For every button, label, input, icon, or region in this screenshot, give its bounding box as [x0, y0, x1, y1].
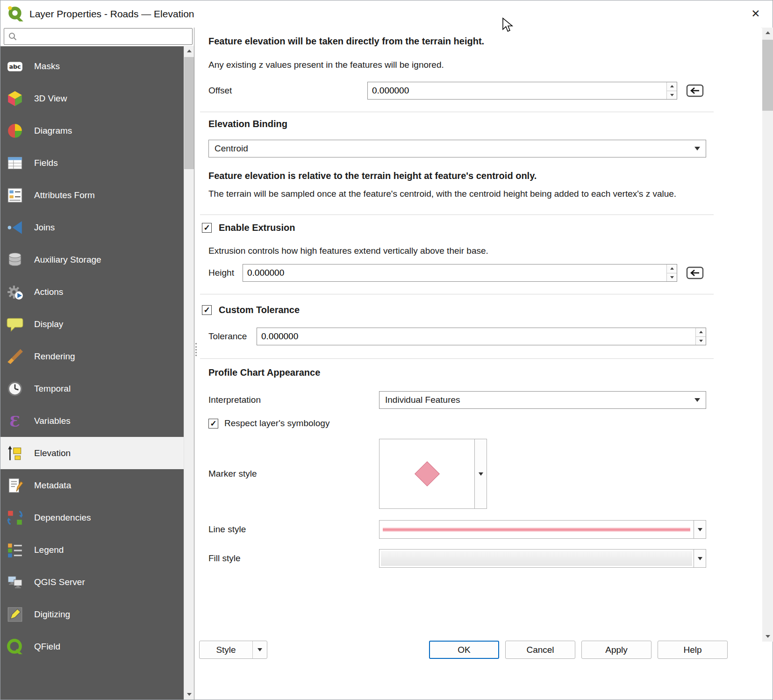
custom-tolerance-checkbox[interactable]: [202, 305, 212, 315]
sidebar-item-auxiliary-storage[interactable]: Auxiliary Storage: [0, 243, 184, 276]
help-button[interactable]: Help: [658, 641, 728, 659]
sidebar-item-elevation[interactable]: Elevation: [0, 437, 184, 469]
dependencies-icon: [6, 509, 24, 527]
sidebar-item-3d-view[interactable]: 3D View: [0, 82, 184, 114]
fields-icon: [6, 154, 24, 172]
sidebar-item-rendering[interactable]: Rendering: [0, 340, 184, 372]
offset-label: Offset: [208, 86, 367, 96]
enable-extrusion-checkbox-row[interactable]: Enable Extrusion: [202, 222, 706, 233]
panel-splitter-handle[interactable]: [195, 343, 197, 356]
binding-heading: Feature elevation is relative to the ter…: [208, 170, 706, 182]
sidebar-item-diagrams[interactable]: Diagrams: [0, 114, 184, 147]
respect-symbology-checkbox[interactable]: [208, 419, 218, 429]
height-spin-down-button[interactable]: [667, 273, 677, 282]
main-scrollbar[interactable]: [762, 28, 773, 642]
sidebar-item-qgis-server[interactable]: QGIS Server: [0, 566, 184, 598]
search-box[interactable]: [4, 28, 193, 45]
cancel-button[interactable]: Cancel: [505, 641, 575, 659]
scroll-up-icon[interactable]: [762, 28, 773, 38]
scroll-up-icon[interactable]: [184, 46, 194, 56]
enable-extrusion-label: Enable Extrusion: [219, 222, 295, 233]
line-style-preview-button[interactable]: [379, 520, 694, 539]
sidebar-nav-list: abc Masks 3D View Diagrams: [0, 46, 184, 700]
chevron-down-icon: [253, 648, 267, 651]
interpretation-combo[interactable]: Individual Features: [379, 391, 706, 409]
marker-style-dropdown-button[interactable]: [475, 439, 487, 509]
offset-spinbox[interactable]: [367, 82, 677, 100]
interpretation-row: Interpretation Individual Features: [208, 391, 706, 409]
offset-input[interactable]: [368, 82, 666, 99]
tolerance-spinbox[interactable]: [257, 328, 706, 345]
close-button[interactable]: ✕: [739, 0, 773, 27]
sidebar-item-attributes-form[interactable]: Attributes Form: [0, 179, 184, 211]
tolerance-input[interactable]: [257, 328, 695, 345]
chevron-down-icon: [694, 147, 700, 150]
line-style-dropdown-button[interactable]: [694, 520, 706, 539]
sidebar-item-legend[interactable]: Legend: [0, 534, 184, 566]
dialog-footer: Style OK Cancel Apply Help: [199, 641, 728, 659]
scrollbar-thumb[interactable]: [762, 40, 773, 111]
tolerance-spin-up-button[interactable]: [696, 328, 706, 336]
chevron-down-icon: [694, 398, 700, 402]
temporal-icon: [6, 380, 24, 398]
sidebar-item-label: Diagrams: [34, 126, 72, 136]
elevation-binding-combo[interactable]: Centroid: [208, 140, 706, 157]
qgis-logo-icon: [6, 5, 25, 23]
scroll-down-icon[interactable]: [184, 689, 194, 700]
svg-text:abc: abc: [9, 63, 21, 70]
style-button[interactable]: Style: [199, 641, 267, 659]
sidebar-item-variables[interactable]: Ɛ Variables: [0, 405, 184, 437]
height-input[interactable]: [243, 264, 666, 281]
sidebar-item-label: Actions: [34, 287, 63, 297]
sidebar-item-label: Metadata: [34, 480, 71, 491]
respect-symbology-checkbox-row[interactable]: Respect layer's symbology: [208, 418, 706, 429]
actions-icon: [6, 283, 24, 301]
sidebar-item-label: Attributes Form: [34, 190, 95, 200]
apply-button[interactable]: Apply: [581, 641, 651, 659]
line-style-label: Line style: [208, 524, 379, 535]
fill-style-preview-button[interactable]: [379, 549, 694, 568]
chevron-down-icon: [698, 528, 702, 531]
scrollbar-thumb[interactable]: [184, 57, 194, 169]
custom-tolerance-checkbox-row[interactable]: Custom Tolerance: [202, 305, 706, 315]
tolerance-spin-down-button[interactable]: [696, 336, 706, 345]
sidebar-item-metadata[interactable]: Metadata: [0, 469, 184, 501]
height-data-defined-override-button[interactable]: [684, 264, 706, 282]
offset-spin-down-button[interactable]: [667, 91, 677, 100]
enable-extrusion-checkbox[interactable]: [202, 223, 212, 233]
sidebar-item-actions[interactable]: Actions: [0, 276, 184, 308]
marker-style-preview-button[interactable]: [379, 439, 475, 509]
sidebar-item-qfield[interactable]: QField: [0, 630, 184, 663]
height-spinbox[interactable]: [243, 264, 677, 282]
auxiliary-storage-icon: [6, 251, 24, 269]
sidebar-item-label: Rendering: [34, 351, 75, 362]
sidebar-item-label: Masks: [34, 61, 60, 71]
elevation-binding-value: Centroid: [215, 143, 248, 154]
height-spin-up-button[interactable]: [667, 264, 677, 273]
scroll-down-icon[interactable]: [762, 631, 773, 642]
sidebar-item-digitizing[interactable]: Digitizing: [0, 598, 184, 630]
search-input[interactable]: [17, 32, 192, 42]
sidebar-item-display[interactable]: Display: [0, 308, 184, 340]
chevron-down-icon: [698, 557, 702, 560]
title-bar: Layer Properties - Roads — Elevation ✕: [0, 0, 773, 28]
data-defined-override-icon: [686, 84, 704, 98]
profile-chart-appearance-title: Profile Chart Appearance: [208, 367, 706, 378]
line-style-row: Line style: [208, 520, 706, 539]
sidebar-item-label: Legend: [34, 545, 64, 555]
offset-spin-up-button[interactable]: [667, 82, 677, 91]
sidebar-item-label: Display: [34, 319, 63, 329]
fill-style-dropdown-button[interactable]: [694, 549, 706, 568]
sidebar-item-masks[interactable]: abc Masks: [0, 50, 184, 82]
sidebar: abc Masks 3D View Diagrams: [0, 28, 194, 700]
sidebar-item-dependencies[interactable]: Dependencies: [0, 501, 184, 534]
sidebar-item-temporal[interactable]: Temporal: [0, 372, 184, 405]
ok-button[interactable]: OK: [429, 641, 499, 659]
variables-icon: Ɛ: [6, 412, 24, 430]
sidebar-scrollbar[interactable]: [184, 46, 194, 700]
tolerance-row: Tolerance: [208, 328, 706, 345]
marker-style-label: Marker style: [208, 469, 379, 479]
sidebar-item-fields[interactable]: Fields: [0, 147, 184, 179]
sidebar-item-joins[interactable]: Joins: [0, 211, 184, 243]
offset-data-defined-override-button[interactable]: [684, 82, 706, 100]
